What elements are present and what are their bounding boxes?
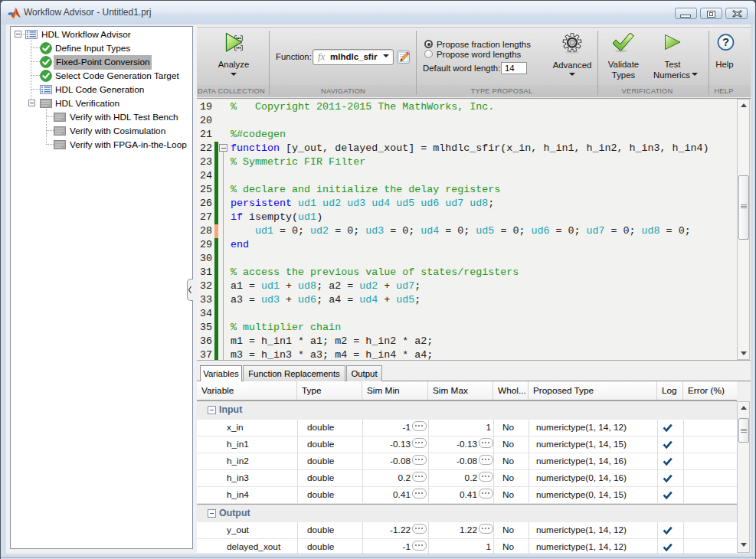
svg-text:?: ? xyxy=(722,35,729,48)
